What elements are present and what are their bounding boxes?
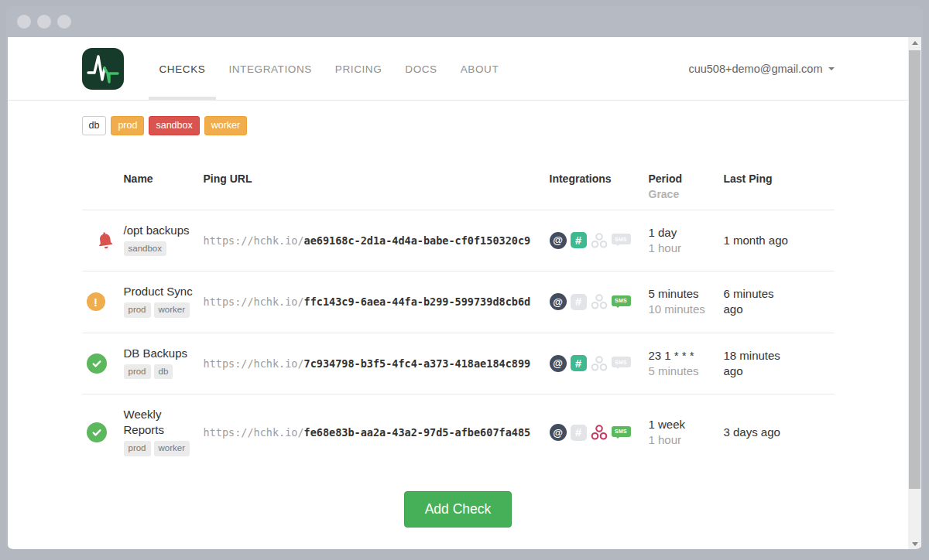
- ping-url-column-header: Ping URL: [204, 171, 550, 186]
- period-cell: 1 week1 hour: [649, 417, 724, 448]
- webhook-integration-icon: [591, 293, 608, 310]
- check-tags: proddb: [124, 364, 197, 382]
- period-value: 5 minutes: [649, 286, 724, 302]
- integration-icons: @#SMS: [550, 424, 649, 441]
- last-ping-column-header: Last Ping: [724, 171, 835, 186]
- slack-integration-icon: #: [571, 425, 587, 441]
- ping-url-cell: https://hchk.io/7c934798-b3f5-4fc4-a373-…: [204, 357, 550, 370]
- name-cell: DB Backupsproddb: [124, 346, 204, 382]
- ping-url: https://hchk.io/ae69168c-2d1a-4d4a-babe-…: [204, 234, 531, 247]
- check-name[interactable]: Product Sync: [124, 284, 197, 299]
- checks-table: Name Ping URL Integrations Period Grace …: [82, 135, 835, 471]
- integration-icons: @#SMS: [550, 355, 649, 372]
- ping-url-prefix: https://hchk.io/: [204, 234, 304, 247]
- main-nav: CHECKSINTEGRATIONSPRICINGDOCSABOUT: [149, 37, 512, 101]
- last-ping-cell: 6 minutes ago: [724, 286, 835, 317]
- status-cell: !: [82, 292, 124, 311]
- period-value: 1 week: [649, 417, 724, 432]
- sms-integration-icon: SMS: [612, 295, 631, 306]
- tag-pill: prod: [124, 441, 151, 456]
- nav-about[interactable]: ABOUT: [450, 37, 510, 101]
- slack-integration-icon: #: [571, 294, 587, 310]
- chevron-down-icon: [828, 67, 835, 70]
- ping-url: https://hchk.io/7c934798-b3f5-4fc4-a373-…: [204, 357, 531, 370]
- window-maximize-button[interactable]: [57, 15, 71, 29]
- name-cell: /opt backupssandbox: [124, 223, 204, 259]
- nav-integrations[interactable]: INTEGRATIONS: [218, 37, 322, 101]
- ping-url-prefix: https://hchk.io/: [204, 295, 304, 308]
- check-tags: prodworker: [124, 302, 197, 320]
- integrations-column-header: Integrations: [550, 171, 649, 186]
- check-name[interactable]: Weekly Reports: [124, 407, 197, 438]
- account-menu[interactable]: cuu508+demo@gmail.com: [688, 63, 834, 75]
- last-ping-value: 1 month ago: [724, 233, 790, 248]
- filter-tag-sandbox[interactable]: sandbox: [149, 116, 199, 135]
- email-integration-icon: @: [550, 355, 567, 372]
- filter-tag-worker[interactable]: worker: [204, 116, 248, 135]
- integrations-cell: @#SMS: [550, 424, 649, 441]
- webhook-integration-icon: [591, 424, 608, 441]
- sms-integration-icon: SMS: [612, 426, 631, 437]
- browser-window: CHECKSINTEGRATIONSPRICINGDOCSABOUT cuu50…: [6, 6, 923, 549]
- grace-value: 5 minutes: [649, 364, 724, 379]
- nav-docs[interactable]: DOCS: [394, 37, 447, 101]
- table-header-row: Name Ping URL Integrations Period Grace …: [82, 135, 835, 210]
- tag-filter-bar: dbprodsandboxworker: [82, 116, 835, 135]
- ping-url: https://hchk.io/fe68e83b-aa2a-43a2-97d5-…: [204, 426, 531, 439]
- check-icon: [87, 353, 107, 374]
- integrations-cell: @#SMS: [550, 293, 649, 310]
- period-cell: 1 day1 hour: [649, 225, 724, 256]
- window-body: CHECKSINTEGRATIONSPRICINGDOCSABOUT cuu50…: [8, 37, 921, 549]
- scroll-down-arrow-icon[interactable]: [908, 538, 921, 549]
- integrations-cell: @#SMS: [550, 355, 649, 372]
- scroll-up-arrow-icon[interactable]: [908, 37, 921, 48]
- app-logo-icon[interactable]: [82, 48, 124, 90]
- ping-url: https://hchk.io/ffc143c9-6aea-44fa-b299-…: [204, 295, 531, 308]
- window-minimize-button[interactable]: [37, 15, 51, 29]
- ping-url-prefix: https://hchk.io/: [204, 426, 304, 439]
- ping-url-code: ae69168c-2d1a-4d4a-babe-cf0f150320c9: [304, 234, 531, 247]
- sms-integration-icon: SMS: [612, 357, 631, 367]
- grace-column-header: Grace: [649, 186, 724, 202]
- ping-url-code: fe68e83b-aa2a-43a2-97d5-afbe607fa485: [304, 426, 531, 439]
- filter-tag-prod[interactable]: prod: [111, 116, 144, 135]
- scrollbar-thumb[interactable]: [909, 50, 920, 489]
- webhook-integration-icon: [591, 355, 608, 372]
- ping-url-code: 7c934798-b3f5-4fc4-a373-418ae184c899: [304, 357, 531, 370]
- last-ping-cell: 3 days ago: [724, 425, 835, 440]
- email-integration-icon: @: [550, 424, 567, 441]
- ping-url-cell: https://hchk.io/ffc143c9-6aea-44fa-b299-…: [204, 295, 550, 309]
- grace-value: 1 hour: [649, 241, 724, 256]
- tag-pill: prod: [124, 364, 151, 380]
- check-tags: sandbox: [124, 241, 197, 259]
- table-row: !Product Syncprodworkerhttps://hchk.io/f…: [82, 271, 835, 333]
- table-row: DB Backupsproddbhttps://hchk.io/7c934798…: [82, 333, 835, 394]
- slack-integration-icon: #: [571, 232, 587, 248]
- check-name[interactable]: DB Backups: [124, 346, 197, 361]
- check-icon: [87, 422, 107, 442]
- exclamation-icon: !: [87, 292, 105, 311]
- sms-integration-icon: SMS: [612, 234, 631, 244]
- nav-checks[interactable]: CHECKS: [149, 37, 217, 101]
- status-cell: [82, 422, 124, 442]
- check-name[interactable]: /opt backups: [124, 223, 197, 238]
- nav-pricing[interactable]: PRICING: [324, 37, 393, 101]
- period-value: 1 day: [649, 225, 724, 241]
- status-cell: [82, 230, 124, 251]
- bell-icon: [85, 228, 125, 253]
- status-cell: [82, 353, 124, 374]
- last-ping-value: 6 minutes ago: [724, 286, 790, 317]
- tag-pill: db: [154, 364, 173, 380]
- window-close-button[interactable]: [17, 15, 31, 29]
- tag-pill: sandbox: [124, 241, 166, 257]
- account-email: cuu508+demo@gmail.com: [688, 63, 822, 75]
- period-value: 23 1 * * *: [649, 348, 724, 364]
- filter-tag-db[interactable]: db: [82, 116, 107, 135]
- integration-icons: @#SMS: [550, 232, 649, 249]
- last-ping-cell: 18 minutes ago: [724, 348, 835, 379]
- ping-url-cell: https://hchk.io/fe68e83b-aa2a-43a2-97d5-…: [204, 425, 550, 439]
- add-check-button[interactable]: Add Check: [404, 491, 512, 528]
- grace-value: 10 minutes: [649, 302, 724, 317]
- integration-icons: @#SMS: [550, 293, 649, 310]
- vertical-scrollbar[interactable]: [908, 37, 921, 549]
